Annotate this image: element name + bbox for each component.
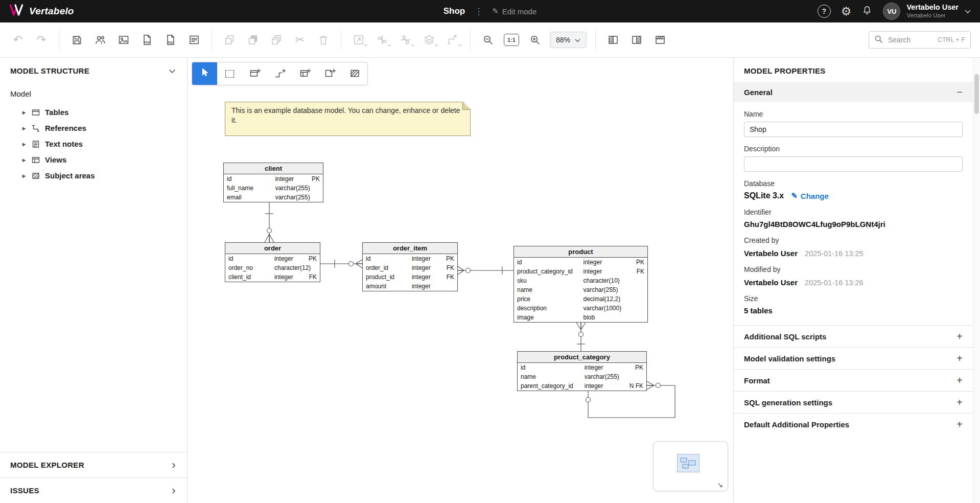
toggle-left-panel-button[interactable] <box>602 30 624 50</box>
sidebar-item-references[interactable]: ▸ References <box>0 120 187 136</box>
add-reference-icon <box>274 67 286 80</box>
subject-area-icon <box>349 67 361 80</box>
er-table-client[interactable]: clientidintegerPKfull_namevarchar(255)em… <box>223 163 323 202</box>
sidebar-item-tables[interactable]: ▸ Tables <box>0 104 187 120</box>
add-text-note-tool-button[interactable] <box>317 62 342 85</box>
created-by-field: Created by Vertabelo User 2025-01-16 13:… <box>734 228 973 258</box>
sidebar-item-subject-areas[interactable]: ▸ Subject areas <box>0 168 187 184</box>
search-input[interactable] <box>887 35 934 44</box>
copy-button[interactable] <box>219 30 240 50</box>
zoom-out-button[interactable] <box>477 30 499 50</box>
sidebar-item-text-notes[interactable]: ▸ Text notes <box>0 136 187 152</box>
undo-button[interactable]: ↶ <box>7 30 29 50</box>
add-table-tool-button[interactable] <box>242 62 267 85</box>
edit-mode-indicator[interactable]: ✎ Edit mode <box>492 7 536 16</box>
zoom-level-value: 88% <box>556 36 570 44</box>
relation-client-order[interactable] <box>265 202 274 242</box>
reference-style-button[interactable] <box>442 30 463 50</box>
model-menu-kebab-icon[interactable]: ⋮ <box>474 7 483 16</box>
expand-caret-icon[interactable]: ▸ <box>21 156 27 164</box>
modified-date: 2025-01-16 13:26 <box>805 279 864 287</box>
er-table-order[interactable]: orderidintegerPKorder_nocharacter(12)cli… <box>225 242 320 282</box>
change-database-link[interactable]: ✎ Change <box>791 191 829 200</box>
save-button[interactable] <box>66 30 87 50</box>
cut-button[interactable]: ✂ <box>289 30 311 50</box>
expand-caret-icon[interactable]: ▸ <box>21 125 27 132</box>
delete-button[interactable] <box>313 30 334 50</box>
er-column-type: integer <box>585 381 628 391</box>
relation-product-product_category[interactable] <box>576 323 586 351</box>
er-column-type: decimal(12,2) <box>583 294 643 304</box>
er-column-row: order_nocharacter(12) <box>225 263 320 272</box>
settings-button[interactable]: ⚙ <box>841 6 852 17</box>
edit-mode-label: Edit mode <box>502 7 537 16</box>
text-note[interactable]: This is an example database model. You c… <box>225 102 471 136</box>
er-table-order_item[interactable]: order_itemidintegerPKorder_idintegerFKpr… <box>362 242 458 291</box>
user-menu[interactable]: VU Vertabelo User Vertabelo User <box>883 3 971 20</box>
model-structure-header[interactable]: MODEL STRUCTURE <box>0 58 187 83</box>
expand-caret-icon[interactable]: ▸ <box>21 172 27 179</box>
relation-order-order_item[interactable] <box>320 260 362 268</box>
toolbar-separator <box>470 30 471 50</box>
select-tool-button[interactable] <box>192 62 217 85</box>
section-format[interactable]: Format + <box>734 369 973 391</box>
er-table-product_category[interactable]: product_categoryidintegerPKnamevarchar(2… <box>517 351 647 391</box>
er-column-row: idintegerPK <box>518 363 646 372</box>
section-default-additional-properties[interactable]: Default Additional Properties + <box>734 413 973 435</box>
er-table-title: client <box>224 163 323 174</box>
scrollbar-thumb[interactable] <box>974 74 979 114</box>
minimap-resize-icon[interactable]: ↘ <box>717 481 723 488</box>
model-details-button[interactable] <box>183 30 205 50</box>
expand-caret-icon[interactable]: ▸ <box>21 109 27 116</box>
add-view-tool-button[interactable] <box>292 62 317 85</box>
help-button[interactable]: ? <box>818 5 831 18</box>
layers-button[interactable] <box>418 30 440 50</box>
share-collaboration-button[interactable] <box>89 30 111 50</box>
model-structure-panel: MODEL STRUCTURE Model ▸ Tables ▸ Referen… <box>0 58 188 503</box>
section-sql-generation-settings[interactable]: SQL generation settings + <box>734 391 973 413</box>
minimap[interactable]: ↘ <box>653 441 728 491</box>
align-vertical-icon <box>400 34 412 46</box>
toggle-right-panel-button[interactable] <box>626 30 647 50</box>
zoom-level-select[interactable]: 88% <box>550 32 587 48</box>
add-view-icon <box>299 67 311 80</box>
add-subject-area-tool-button[interactable] <box>342 62 367 85</box>
model-name-input[interactable] <box>744 122 963 137</box>
general-section-header[interactable]: General − <box>734 82 973 102</box>
users-icon <box>94 34 106 46</box>
diagram-canvas[interactable]: This is an example database model. You c… <box>188 58 733 503</box>
sidebar-item-views[interactable]: ▸ Views <box>0 152 187 168</box>
notifications-button[interactable] <box>861 5 873 18</box>
expand-caret-icon[interactable]: ▸ <box>21 141 27 148</box>
zoom-in-button[interactable] <box>524 30 546 50</box>
note-fold-corner <box>462 102 471 110</box>
export-image-button[interactable] <box>113 30 134 50</box>
chevron-down-icon <box>575 36 580 44</box>
toggle-frame-button[interactable] <box>649 30 671 50</box>
redo-button[interactable]: ↷ <box>31 30 52 50</box>
left-panel-spacer <box>0 184 187 452</box>
export-pdf-button[interactable]: PDF <box>136 30 158 50</box>
relation-order_item-product[interactable] <box>458 266 514 275</box>
align-horizontal-button[interactable] <box>371 30 393 50</box>
zoom-reset-button[interactable]: 1:1 <box>501 30 522 50</box>
export-sql-button[interactable]: SQL <box>160 30 181 50</box>
vertabelo-logo[interactable]: Vertabelo <box>9 4 74 19</box>
scissors-icon: ✂ <box>295 34 305 45</box>
paste-button[interactable] <box>242 30 264 50</box>
marquee-select-tool-button[interactable] <box>217 62 242 85</box>
er-table-product[interactable]: productidintegerPKproduct_category_idint… <box>514 246 648 323</box>
section-additional-sql-scripts[interactable]: Additional SQL scripts + <box>734 325 973 347</box>
add-reference-tool-button[interactable] <box>267 62 292 85</box>
main-content: MODEL STRUCTURE Model ▸ Tables ▸ Referen… <box>0 58 980 503</box>
er-column-type: varchar(255) <box>585 372 642 381</box>
align-vertical-button[interactable] <box>395 30 416 50</box>
panel-frame-icon <box>654 34 666 46</box>
model-explorer-section[interactable]: MODEL EXPLORER › <box>0 452 187 477</box>
model-description-input[interactable] <box>744 156 963 172</box>
fit-size-button[interactable] <box>348 30 369 50</box>
section-model-validation-settings[interactable]: Model validation settings + <box>734 347 973 369</box>
issues-section[interactable]: ISSUES › <box>0 477 187 503</box>
clone-button[interactable] <box>266 30 287 50</box>
database-field: Database SQLite 3.x ✎ Change <box>734 172 973 200</box>
